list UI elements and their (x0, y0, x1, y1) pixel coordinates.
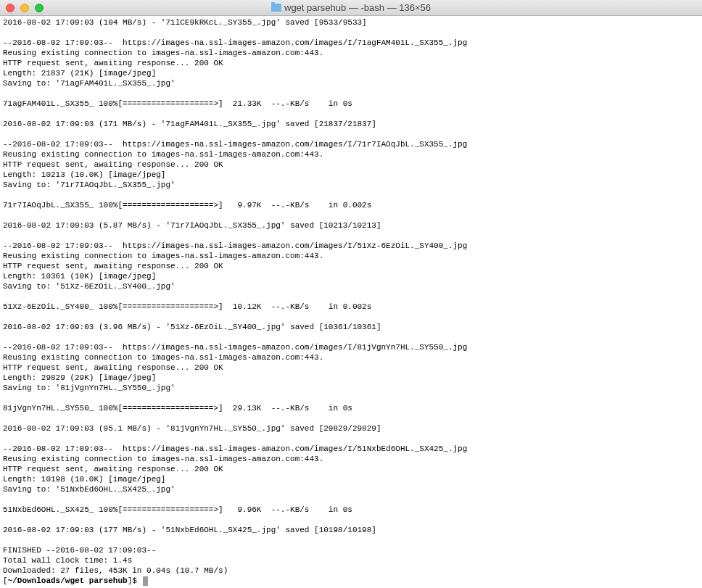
terminal-line: Length: 29829 (29K) [image/jpeg] (3, 373, 699, 383)
terminal-line: Total wall clock time: 1.4s (3, 555, 699, 566)
terminal-line: --2016-08-02 17:09:03-- https://images-n… (3, 342, 699, 352)
terminal-line: HTTP request sent, awaiting response... … (3, 160, 699, 170)
terminal-line: Reusing existing connection to images-na… (3, 149, 699, 160)
terminal-line (3, 515, 699, 525)
terminal-line: 2016-08-02 17:09:03 (171 MB/s) - '71agFA… (3, 119, 699, 129)
terminal-line: Length: 10361 (10K) [image/jpeg] (3, 271, 699, 281)
terminal-line (3, 413, 699, 423)
terminal-line: HTTP request sent, awaiting response... … (3, 464, 699, 474)
terminal-line: Reusing existing connection to images-na… (3, 454, 699, 464)
terminal-line (3, 291, 699, 302)
prompt-path: ~/Downloads/wget parsehub (8, 576, 128, 586)
terminal-output[interactable]: 2016-08-02 17:09:03 (104 MB/s) - '71lCE9… (0, 16, 702, 587)
terminal-line: 2016-08-02 17:09:03 (3.96 MB/s) - '51Xz-… (3, 322, 699, 332)
terminal-line: HTTP request sent, awaiting response... … (3, 58, 699, 68)
terminal-line (3, 494, 699, 505)
terminal-line: --2016-08-02 17:09:03-- https://images-n… (3, 241, 699, 251)
terminal-line: Reusing existing connection to images-na… (3, 352, 699, 363)
terminal-line: Reusing existing connection to images-na… (3, 251, 699, 261)
terminal-line: Reusing existing connection to images-na… (3, 48, 699, 58)
window-titlebar: wget parsehub — -bash — 136×56 (0, 0, 702, 16)
terminal-line (3, 109, 699, 119)
terminal-line (3, 312, 699, 322)
terminal-line: HTTP request sent, awaiting response... … (3, 363, 699, 373)
terminal-line: Length: 21837 (21K) [image/jpeg] (3, 68, 699, 78)
terminal-line (3, 129, 699, 139)
folder-icon (271, 4, 281, 12)
terminal-line (3, 88, 699, 99)
maximize-window-button[interactable] (35, 4, 44, 12)
terminal-line: --2016-08-02 17:09:03-- https://images-n… (3, 38, 699, 48)
prompt-open-bracket: [ (3, 576, 8, 586)
terminal-line: HTTP request sent, awaiting response... … (3, 261, 699, 271)
terminal-line (3, 434, 699, 444)
terminal-line (3, 28, 699, 38)
terminal-line: --2016-08-02 17:09:03-- https://images-n… (3, 444, 699, 454)
terminal-line (3, 393, 699, 403)
window-title: wget parsehub — -bash — 136×56 (271, 2, 431, 13)
prompt-close-bracket: ]$ (128, 576, 142, 586)
terminal-prompt[interactable]: [~/Downloads/wget parsehub]$ (3, 576, 699, 586)
terminal-line: 51Xz-6EzOiL._SY400_ 100%[===============… (3, 302, 699, 312)
terminal-line: Saving to: '71r7IAOqJbL._SX355_.jpg' (3, 180, 699, 190)
terminal-line: 2016-08-02 17:09:03 (104 MB/s) - '71lCE9… (3, 17, 699, 28)
window-controls (6, 4, 44, 12)
close-window-button[interactable] (6, 4, 15, 12)
terminal-line (3, 231, 699, 241)
window-title-text: wget parsehub — -bash — 136×56 (284, 2, 431, 13)
terminal-line (3, 332, 699, 342)
terminal-line: 2016-08-02 17:09:03 (177 MB/s) - '51NxbE… (3, 525, 699, 535)
terminal-line: Saving to: '81jVgnYn7HL._SY550_.jpg' (3, 383, 699, 393)
minimize-window-button[interactable] (20, 4, 29, 12)
terminal-line: Saving to: '51Xz-6EzOiL._SY400_.jpg' (3, 281, 699, 291)
terminal-line: Length: 10198 (10.0K) [image/jpeg] (3, 474, 699, 484)
terminal-line: 2016-08-02 17:09:03 (5.87 MB/s) - '71r7I… (3, 220, 699, 231)
terminal-line: Downloaded: 27 files, 453K in 0.04s (10.… (3, 566, 699, 576)
terminal-line: FINISHED --2016-08-02 17:09:03-- (3, 545, 699, 555)
terminal-line: 81jVgnYn7HL._SY550_ 100%[===============… (3, 403, 699, 413)
terminal-line: Saving to: '51NxbEd6OHL._SX425_.jpg' (3, 484, 699, 494)
terminal-line (3, 210, 699, 220)
terminal-line: --2016-08-02 17:09:03-- https://images-n… (3, 139, 699, 149)
terminal-line: 71r7IAOqJbL._SX355_ 100%[===============… (3, 200, 699, 210)
cursor (143, 576, 148, 586)
terminal-line: 2016-08-02 17:09:03 (95.1 MB/s) - '81jVg… (3, 423, 699, 434)
terminal-line: Length: 10213 (10.0K) [image/jpeg] (3, 170, 699, 180)
terminal-line: 51NxbEd6OHL._SX425_ 100%[===============… (3, 505, 699, 515)
terminal-line: Saving to: '71agFAM401L._SX355_.jpg' (3, 78, 699, 88)
terminal-line: 71agFAM401L._SX355_ 100%[===============… (3, 99, 699, 109)
terminal-line (3, 190, 699, 200)
terminal-line (3, 535, 699, 545)
